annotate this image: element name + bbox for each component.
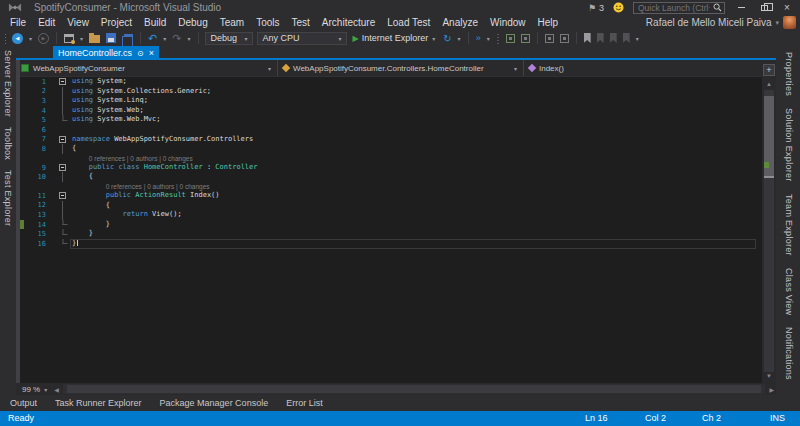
bottom-panel-tab-output[interactable]: Output — [10, 398, 37, 408]
save-button[interactable] — [105, 31, 117, 45]
code-line-16[interactable]: 16} — [20, 239, 762, 249]
solution-configuration-combo[interactable]: Debug▾ — [205, 32, 253, 45]
split-window-handle[interactable]: + — [763, 64, 775, 76]
outline-collapse-toggle[interactable] — [52, 191, 72, 201]
previous-bookmark-button[interactable] — [596, 31, 605, 45]
uncomment-button[interactable] — [559, 31, 570, 45]
attach-to-process-button[interactable]: » — [475, 31, 482, 45]
codelens-indicator-line-11[interactable]: 0 references | 0 authors | 0 changes — [20, 182, 762, 191]
navigate-back-button[interactable]: ◀ — [11, 31, 24, 45]
scroll-down-arrow[interactable]: ▼ — [762, 373, 776, 379]
status-character-number[interactable]: Ch 2 — [702, 413, 721, 423]
codelens-indicator-line-9[interactable]: 0 references | 0 authors | 0 changes — [20, 154, 762, 163]
right-tool-tab-class-view[interactable]: Class View — [784, 268, 794, 315]
menu-item-debug[interactable]: Debug — [172, 15, 213, 30]
right-tool-tab-team-explorer[interactable]: Team Explorer — [784, 194, 794, 256]
horizontal-scroll-track[interactable] — [63, 384, 766, 394]
code-line-8[interactable]: 8{ — [20, 144, 762, 154]
browser-link-dropdown[interactable]: ▾ — [457, 35, 462, 42]
close-button[interactable]: × — [780, 2, 794, 13]
menu-item-load-test[interactable]: Load Test — [381, 15, 436, 30]
new-project-button[interactable] — [63, 31, 75, 45]
scroll-right-arrow[interactable]: ▶ — [767, 386, 776, 393]
clear-bookmarks-button[interactable] — [622, 31, 631, 45]
code-line-5[interactable]: 5using System.Web.Mvc; — [20, 115, 762, 125]
bottom-panel-tab-task-runner-explorer[interactable]: Task Runner Explorer — [55, 398, 142, 408]
avatar[interactable] — [783, 16, 796, 29]
undo-dropdown[interactable]: ▾ — [162, 35, 167, 42]
horizontal-scroll-thumb[interactable] — [67, 385, 762, 393]
code-line-6[interactable]: 6 — [20, 125, 762, 135]
toggle-bookmark-button[interactable] — [583, 31, 592, 45]
comment-button[interactable] — [544, 31, 555, 45]
navigate-forward-button[interactable]: ▶ — [37, 31, 50, 45]
right-tool-tab-solution-explorer[interactable]: Solution Explorer — [784, 108, 794, 182]
menu-item-team[interactable]: Team — [214, 15, 250, 30]
vertical-scrollbar[interactable]: + ▲ ▼ — [762, 60, 776, 383]
status-line-number[interactable]: Ln 16 — [585, 413, 608, 423]
pin-tab-icon[interactable]: ⊙ — [137, 49, 144, 58]
bottom-panel-tab-error-list[interactable]: Error List — [286, 398, 323, 408]
new-project-dropdown[interactable]: ▾ — [79, 35, 84, 42]
save-all-button[interactable] — [121, 31, 134, 45]
code-line-7[interactable]: 7namespace WebAppSpotifyConsumer.Control… — [20, 135, 762, 145]
next-bookmark-button[interactable] — [609, 31, 618, 45]
menu-item-window[interactable]: Window — [484, 15, 532, 30]
navbar-member-dropdown[interactable]: Index() ▾ — [524, 60, 776, 76]
notifications-flag-icon[interactable]: ⚑ — [588, 3, 596, 13]
editor-zoom-control[interactable]: 99 % ▾ — [16, 385, 52, 394]
solution-explorer-button[interactable] — [520, 31, 531, 45]
start-debugging-button[interactable]: ▶ Internet Explorer ▾ — [351, 33, 439, 43]
right-tool-tab-properties[interactable]: Properties — [784, 52, 794, 96]
redo-dropdown[interactable]: ▾ — [186, 35, 191, 42]
navbar-project-dropdown[interactable]: WebAppSpotifyConsumer ▾ — [16, 60, 278, 76]
code-line-2[interactable]: 2using System.Collections.Generic; — [20, 87, 762, 97]
user-account-area[interactable]: Rafael de Mello Miceli Paiva ▾ — [646, 15, 796, 30]
menu-item-tools[interactable]: Tools — [250, 15, 285, 30]
status-column-number[interactable]: Col 2 — [645, 413, 666, 423]
code-line-11[interactable]: 11 public ActionResult Index() — [20, 191, 762, 201]
code-line-4[interactable]: 4using System.Web; — [20, 106, 762, 116]
code-line-12[interactable]: 12 { — [20, 201, 762, 211]
menu-item-view[interactable]: View — [61, 15, 95, 30]
toolbar-options-dropdown[interactable]: ▾ — [635, 35, 640, 42]
menu-item-analyze[interactable]: Analyze — [436, 15, 484, 30]
vertical-scroll-track[interactable] — [764, 90, 774, 372]
menu-item-project[interactable]: Project — [95, 15, 138, 30]
open-file-button[interactable] — [88, 31, 101, 45]
code-line-10[interactable]: 10 { — [20, 172, 762, 182]
browser-link-refresh-button[interactable]: ↻ — [442, 31, 452, 45]
menu-item-file[interactable]: File — [4, 15, 32, 30]
toolbar-grip[interactable] — [4, 33, 7, 44]
left-tool-tab-server-explorer[interactable]: Server Explorer — [3, 50, 13, 117]
scroll-up-arrow[interactable]: ▲ — [762, 81, 776, 87]
navbar-type-dropdown[interactable]: WebAppSpotifyConsumer.Controllers.HomeCo… — [278, 60, 524, 76]
menu-item-architecture[interactable]: Architecture — [316, 15, 381, 30]
code-line-9[interactable]: 9 public class HomeController : Controll… — [20, 163, 762, 173]
code-editor[interactable]: 1using System;2using System.Collections.… — [20, 77, 762, 383]
menu-item-edit[interactable]: Edit — [32, 15, 61, 30]
code-line-13[interactable]: 13 return View(); — [20, 210, 762, 220]
code-line-14[interactable]: 14 } — [20, 220, 762, 230]
redo-button[interactable]: ↷ — [171, 31, 182, 45]
solution-platform-combo[interactable]: Any CPU▾ — [257, 32, 347, 45]
attach-dropdown[interactable]: ▾ — [486, 35, 491, 42]
code-line-15[interactable]: 15 } — [20, 229, 762, 239]
restore-button[interactable] — [757, 2, 771, 13]
left-tool-tab-toolbox[interactable]: Toolbox — [3, 127, 13, 160]
minimize-button[interactable] — [734, 2, 748, 13]
bottom-panel-tab-package-manager-console[interactable]: Package Manager Console — [160, 398, 269, 408]
find-in-files-button[interactable] — [505, 31, 516, 45]
close-tab-icon[interactable]: × — [149, 49, 154, 58]
menu-item-test[interactable]: Test — [286, 15, 316, 30]
undo-button[interactable]: ↶ — [147, 31, 158, 45]
left-tool-tab-test-explorer[interactable]: Test Explorer — [3, 170, 13, 226]
menu-item-build[interactable]: Build — [138, 15, 172, 30]
quick-launch-input[interactable] — [633, 2, 725, 14]
code-line-1[interactable]: 1using System; — [20, 77, 762, 87]
navigate-back-dropdown[interactable]: ▾ — [28, 35, 33, 42]
outline-collapse-toggle[interactable] — [52, 135, 72, 145]
code-line-3[interactable]: 3using System.Linq; — [20, 96, 762, 106]
outline-collapse-toggle[interactable] — [52, 163, 72, 173]
scroll-left-arrow[interactable]: ◀ — [52, 386, 61, 393]
